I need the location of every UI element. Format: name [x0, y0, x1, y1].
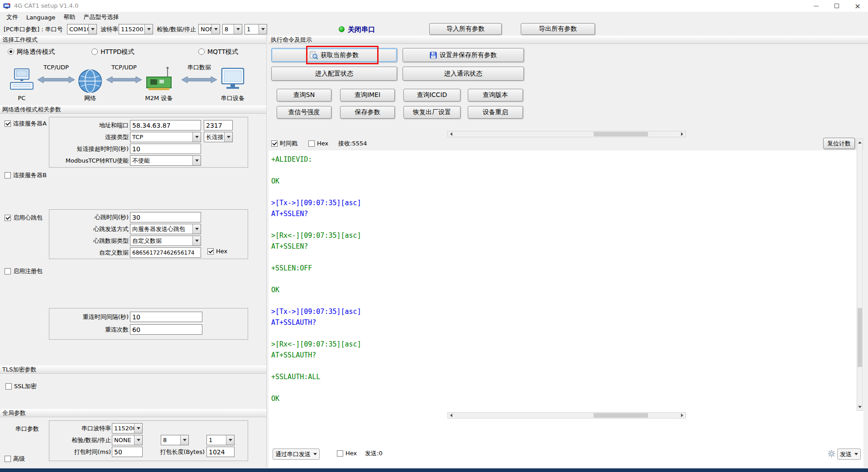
chevron-down-icon[interactable] [192, 224, 201, 234]
conn-type-combo[interactable]: TCP [130, 132, 201, 142]
factory-reset-button[interactable]: 恢复出厂设置 [403, 106, 460, 119]
register-checkbox[interactable] [5, 268, 11, 275]
minimize-button[interactable] [806, 0, 826, 12]
save-params-button[interactable]: 保存参数 [340, 106, 395, 119]
log-hscrollbar-top[interactable] [447, 131, 686, 137]
ssl-label[interactable]: SSL加密 [14, 382, 37, 390]
scroll-track[interactable] [857, 146, 863, 404]
chevron-down-icon[interactable] [88, 24, 96, 34]
server-a-label[interactable]: 连接服务器A [13, 120, 47, 128]
server-b-label[interactable]: 连接服务器B [13, 171, 47, 179]
set-save-params-button[interactable]: 设置并保存所有参数 [403, 48, 524, 62]
heartbeat-hex-label[interactable]: Hex [216, 247, 227, 255]
heartbeat-type-combo[interactable]: 自定义数据 [130, 236, 201, 246]
advanced-label[interactable]: 高级 [13, 455, 25, 463]
log-vscrollbar[interactable] [857, 139, 863, 411]
serial-databits-combo[interactable]: 8 [161, 435, 189, 445]
databits-combo[interactable]: 8 [222, 24, 242, 34]
query-version-button[interactable]: 查询版本 [468, 89, 523, 101]
scroll-track[interactable] [455, 413, 679, 418]
parity-combo[interactable]: NONE [198, 24, 220, 34]
scroll-left-icon[interactable] [448, 131, 455, 137]
register-label[interactable]: 启用注册包 [13, 267, 43, 275]
scroll-right-icon[interactable] [679, 131, 686, 137]
scroll-up-icon[interactable] [857, 139, 863, 146]
radio-httpd-mode[interactable] [91, 48, 98, 55]
stopbits-combo[interactable]: 1 [245, 24, 267, 34]
scroll-down-icon[interactable] [857, 404, 863, 410]
chevron-down-icon[interactable] [180, 435, 188, 445]
chevron-down-icon[interactable] [192, 156, 201, 165]
reset-count-button[interactable]: 复位计数 [823, 138, 855, 149]
export-params-button[interactable]: 导出所有参数 [521, 23, 595, 35]
chevron-down-icon[interactable] [211, 24, 220, 34]
chevron-down-icon[interactable] [144, 24, 153, 34]
server-a-address-input[interactable] [130, 120, 201, 130]
scroll-thumb[interactable] [594, 132, 648, 136]
chevron-down-icon[interactable] [234, 24, 242, 34]
send-via-serial-button[interactable]: 通过串口发送 [273, 448, 320, 460]
com-port-combo[interactable]: COM10 [67, 24, 97, 34]
conn-mode-combo[interactable]: 长连接 [204, 132, 233, 142]
scroll-left-icon[interactable] [448, 413, 455, 418]
serial-stopbits-combo[interactable]: 1 [206, 435, 235, 445]
advanced-checkbox[interactable] [5, 456, 11, 462]
chevron-down-icon[interactable] [192, 132, 201, 142]
menu-item-product-model[interactable]: 产品型号选择 [80, 12, 122, 22]
chevron-down-icon[interactable] [134, 435, 142, 445]
radio-net-transparent-mode[interactable] [8, 48, 14, 55]
chevron-down-icon[interactable] [259, 24, 267, 34]
send-button[interactable]: 发送 [837, 448, 861, 460]
scroll-right-icon[interactable] [679, 413, 686, 418]
radio-net-transparent-label[interactable]: 网络透传模式 [17, 48, 55, 56]
log-hex-checkbox[interactable] [308, 140, 315, 147]
chevron-down-icon[interactable] [224, 132, 232, 142]
serial-parity-combo[interactable]: NONE [112, 435, 143, 445]
radio-httpd-label[interactable]: HTTPD模式 [101, 48, 134, 56]
menu-item-language[interactable]: Language [23, 13, 59, 22]
modbus-combo[interactable]: 不使能 [130, 155, 201, 166]
timestamp-checkbox[interactable] [271, 140, 278, 147]
pack-time-input[interactable] [112, 447, 143, 457]
log-hscrollbar-bottom[interactable] [447, 412, 686, 419]
query-iccid-button[interactable]: 查询ICCID [403, 89, 460, 101]
chevron-down-icon[interactable] [226, 435, 234, 445]
server-a-checkbox[interactable] [5, 120, 11, 127]
radio-mqtt-mode[interactable] [198, 48, 205, 55]
enter-config-button[interactable]: 进入配置状态 [271, 67, 397, 81]
ssl-checkbox[interactable] [5, 383, 12, 390]
scroll-thumb[interactable] [594, 413, 648, 418]
heartbeat-hex-checkbox[interactable] [207, 248, 214, 255]
chevron-down-icon[interactable] [134, 424, 142, 433]
menu-item-help[interactable]: 帮助 [60, 12, 79, 22]
close-button[interactable]: × [847, 0, 868, 12]
heartbeat-time-input[interactable] [130, 212, 201, 222]
serial-baud-combo[interactable]: 115200 [112, 423, 143, 433]
chevron-down-icon[interactable] [192, 236, 201, 246]
log-area[interactable]: +ALIDEVID: OK >[Tx->][09:07:35][asc]AT+S… [269, 150, 855, 410]
server-b-checkbox[interactable] [5, 172, 11, 178]
radio-mqtt-label[interactable]: MQTT模式 [207, 48, 238, 56]
query-signal-button[interactable]: 查信号强度 [277, 106, 331, 119]
menu-item-file[interactable]: 文件 [3, 12, 22, 22]
heartbeat-label[interactable]: 启用心跳包 [13, 214, 43, 222]
timestamp-label[interactable]: 时间戳 [280, 140, 297, 148]
send-hex-checkbox[interactable] [337, 450, 343, 457]
get-params-button[interactable]: 获取当前参数 [271, 48, 397, 62]
query-imei-button[interactable]: 查询IMEI [340, 89, 395, 101]
scroll-track[interactable] [455, 131, 679, 137]
enter-comm-button[interactable]: 进入通讯状态 [403, 67, 524, 81]
heartbeat-mode-combo[interactable]: 向服务器发送心跳包 [130, 224, 201, 234]
close-serial-button[interactable]: 关闭串口 [348, 25, 375, 34]
import-params-button[interactable]: 导入所有参数 [429, 23, 502, 35]
server-a-port-input[interactable] [204, 120, 233, 130]
short-timeout-input[interactable] [130, 144, 201, 154]
scroll-thumb[interactable] [858, 308, 862, 367]
reconnect-interval-input[interactable] [130, 312, 202, 322]
reboot-button[interactable]: 设备重启 [468, 106, 523, 119]
query-sn-button[interactable]: 查询SN [277, 89, 331, 101]
pack-len-input[interactable] [206, 447, 235, 457]
reconnect-count-input[interactable] [130, 324, 202, 335]
heartbeat-checkbox[interactable] [5, 215, 11, 221]
maximize-button[interactable] [826, 0, 847, 12]
